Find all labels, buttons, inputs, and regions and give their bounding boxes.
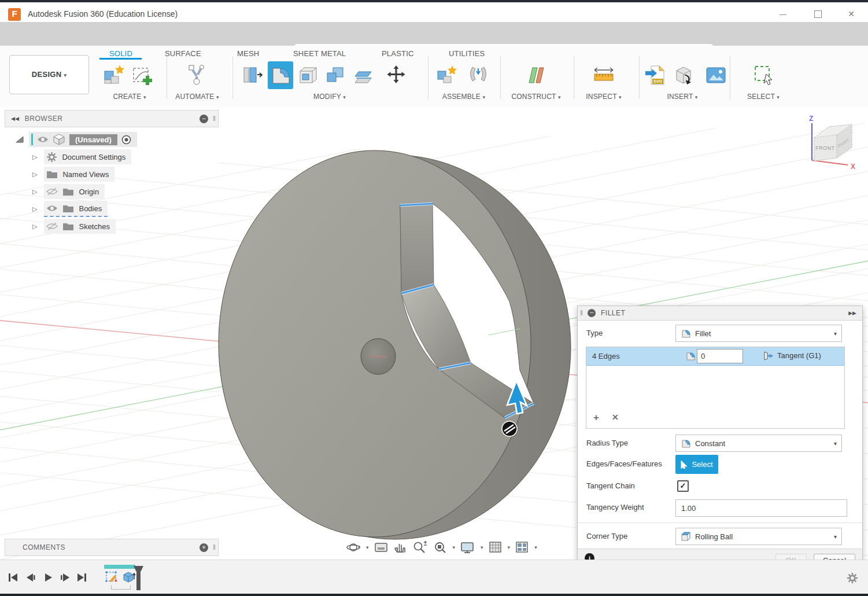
automate-group-label[interactable]: AUTOMATE ▾: [171, 93, 223, 101]
fillet-dialog-header[interactable]: ‖ − FILLET ▶▶: [578, 306, 862, 321]
fillet-tool[interactable]: [268, 61, 293, 89]
minimize-button[interactable]: [774, 8, 792, 20]
browser-item-origin[interactable]: ▷ Origin: [32, 184, 105, 199]
expand-arrow-icon[interactable]: ▷: [32, 223, 37, 230]
joint-tool[interactable]: [466, 61, 491, 89]
timeline-settings-gear-icon[interactable]: [847, 572, 858, 584]
insert-svg-tool[interactable]: SVG: [643, 61, 668, 89]
timeline-go-to-start-icon[interactable]: [8, 572, 19, 583]
visibility-eye-icon[interactable]: [37, 135, 49, 144]
radius-type-dropdown[interactable]: Constant ▾: [675, 435, 842, 452]
expand-all-icon[interactable]: [15, 135, 24, 144]
pan-hand-icon[interactable]: [393, 540, 407, 554]
tangency-weight-input[interactable]: 1.00: [675, 499, 847, 517]
tab-solid[interactable]: SOLID: [109, 49, 132, 58]
browser-item-named-views[interactable]: ▷ Named Views: [32, 167, 114, 182]
new-component-assemble-tool[interactable]: [435, 61, 460, 89]
browser-item-label[interactable]: Document Settings: [62, 153, 125, 161]
design-viewport[interactable]: Z X FRONT RIGHT ◀◀ BROWSER − ‖: [0, 107, 868, 560]
maximize-button[interactable]: [809, 8, 826, 20]
activate-radio-icon[interactable]: [121, 135, 131, 145]
tangent-chain-checkbox[interactable]: ✓: [677, 480, 689, 492]
create-sketch-tool[interactable]: [130, 61, 155, 89]
visibility-eye-icon[interactable]: [46, 204, 58, 212]
dialog-grip[interactable]: ‖: [580, 309, 583, 317]
expand-arrow-icon[interactable]: ▷: [32, 205, 37, 213]
grid-caret[interactable]: ▾: [508, 545, 511, 550]
display-settings-icon[interactable]: [460, 540, 475, 554]
press-pull-tool[interactable]: [240, 61, 265, 89]
expand-arrow-icon[interactable]: ▷: [32, 171, 37, 178]
move-copy-tool[interactable]: [383, 61, 409, 89]
expand-arrow-icon[interactable]: ▷: [32, 188, 37, 196]
expand-arrow-icon[interactable]: ▷: [32, 153, 37, 161]
dialog-collapse-icon[interactable]: −: [588, 309, 596, 317]
insert-group-label[interactable]: INSERT ▾: [657, 93, 708, 101]
measure-tool[interactable]: [591, 61, 616, 89]
insert-canvas-tool[interactable]: [703, 61, 729, 89]
assemble-group-label[interactable]: ASSEMBLE ▾: [435, 93, 493, 101]
radius-value-input[interactable]: 0: [697, 349, 743, 363]
zoom-icon[interactable]: [412, 540, 427, 554]
panel-grip[interactable]: ‖: [213, 115, 216, 123]
select-button[interactable]: Select: [675, 455, 718, 474]
inspect-group-label[interactable]: INSPECT ▾: [578, 93, 629, 101]
corner-type-dropdown[interactable]: Rolling Ball ▾: [675, 528, 842, 545]
add-comment-button[interactable]: +: [200, 543, 208, 552]
add-edge-set-button[interactable]: +: [593, 412, 599, 424]
browser-item-label[interactable]: Named Views: [62, 170, 109, 179]
tab-surface[interactable]: SURFACE: [165, 49, 201, 58]
panel-grip[interactable]: ‖: [213, 543, 216, 551]
browser-item-label[interactable]: Sketches: [79, 222, 109, 231]
type-dropdown[interactable]: Fillet ▾: [675, 325, 842, 342]
timeline-sketch-feature[interactable]: [105, 570, 119, 584]
tab-sheet-metal[interactable]: SHEET METAL: [293, 49, 346, 58]
root-document-name[interactable]: (Unsaved): [69, 134, 117, 145]
comments-header[interactable]: COMMENTS + ‖: [5, 539, 219, 556]
display-caret[interactable]: ▾: [481, 545, 483, 550]
construct-plane-tool[interactable]: [523, 61, 549, 89]
viewports-icon[interactable]: [515, 540, 529, 554]
orbit-caret[interactable]: ▾: [366, 545, 369, 550]
browser-item-bodies[interactable]: ▷ Bodies: [32, 201, 108, 216]
construct-group-label[interactable]: CONSTRUCT ▾: [507, 93, 565, 101]
view-cube[interactable]: Z X FRONT RIGHT: [809, 115, 855, 171]
browser-header[interactable]: ◀◀ BROWSER − ‖: [5, 110, 219, 127]
browser-item-sketches[interactable]: ▷ Sketches: [32, 219, 116, 234]
tab-plastic[interactable]: PLASTIC: [382, 49, 414, 58]
dialog-expand-icon[interactable]: ▶▶: [848, 310, 856, 316]
edge-set-row[interactable]: 4 Edges 0 Tangent (G1): [586, 347, 844, 366]
edge-set-list[interactable]: 4 Edges 0 Tangent (G1) + ✕: [586, 347, 845, 429]
visibility-off-eye-icon[interactable]: [46, 187, 58, 196]
workspace-selector[interactable]: DESIGN ▾: [9, 55, 89, 94]
grid-settings-icon[interactable]: [489, 540, 503, 554]
create-group-label[interactable]: CREATE ▾: [99, 93, 160, 101]
collapse-panel-icon[interactable]: ◀◀: [11, 116, 19, 122]
body-disc[interactable]: [219, 150, 571, 539]
modify-group-label[interactable]: MODIFY ▾: [301, 93, 359, 101]
browser-display-toggle[interactable]: −: [200, 115, 208, 123]
tab-mesh[interactable]: MESH: [237, 49, 259, 58]
timeline-go-to-end-icon[interactable]: [76, 572, 87, 583]
browser-item-label[interactable]: Origin: [79, 187, 99, 196]
cutout-side-wall[interactable]: [400, 204, 434, 293]
browser-item-document-settings[interactable]: ▷ Document Settings: [32, 149, 131, 164]
browser-item-label[interactable]: Bodies: [79, 204, 102, 213]
automate-tool[interactable]: [184, 61, 209, 89]
insert-mesh-tool[interactable]: [671, 61, 696, 89]
combine-tool[interactable]: [323, 61, 349, 89]
shell-tool[interactable]: [296, 61, 321, 89]
browser-root-row[interactable]: (Unsaved): [15, 132, 137, 147]
fit-icon[interactable]: [433, 540, 448, 554]
timeline-step-forward-icon[interactable]: [59, 572, 71, 583]
select-tool[interactable]: [751, 61, 776, 89]
viewports-caret[interactable]: ▾: [534, 545, 537, 550]
select-group-label[interactable]: SELECT ▾: [740, 93, 786, 101]
close-button[interactable]: ✕: [843, 8, 860, 20]
visibility-off-eye-icon[interactable]: [46, 222, 58, 231]
look-at-icon[interactable]: [374, 540, 388, 554]
remove-edge-set-button[interactable]: ✕: [612, 413, 619, 422]
timeline-step-back-icon[interactable]: [25, 572, 37, 583]
timeline-play-icon[interactable]: [44, 572, 53, 583]
timeline-extrude-feature[interactable]: [121, 570, 136, 584]
